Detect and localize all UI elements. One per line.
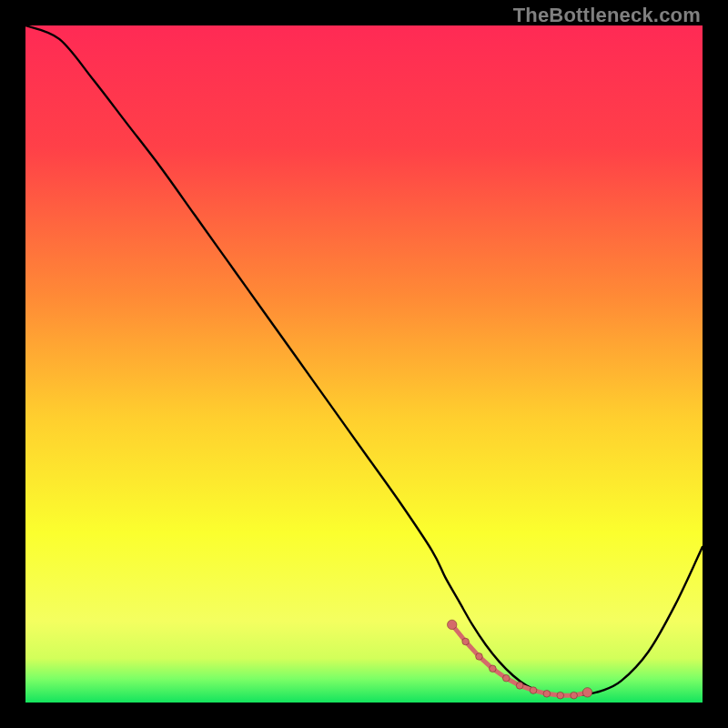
plot-area bbox=[25, 25, 703, 703]
background-gradient bbox=[25, 25, 703, 703]
svg-rect-0 bbox=[25, 25, 703, 703]
chart-frame: TheBottleneck.com bbox=[0, 0, 728, 728]
watermark-text: TheBottleneck.com bbox=[513, 4, 701, 27]
